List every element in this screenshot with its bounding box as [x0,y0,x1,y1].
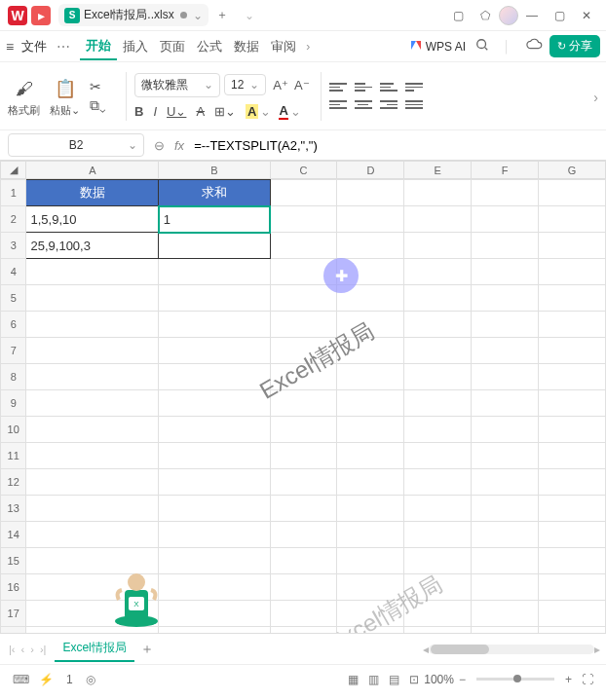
format-painter-button[interactable]: 🖌 格式刷 [8,74,40,118]
cell[interactable] [337,601,404,627]
align-center-button[interactable] [355,98,372,112]
cell[interactable] [26,469,159,496]
cell[interactable] [159,443,270,469]
cell[interactable] [270,364,337,390]
col-header-E[interactable]: E [404,162,472,179]
row-header[interactable]: 7 [1,338,26,364]
file-menu[interactable]: 文件 [18,36,51,57]
row-header[interactable]: 11 [1,443,26,469]
new-tab-button[interactable]: ＋ [210,4,234,27]
cell[interactable] [472,417,539,443]
cell[interactable] [404,312,472,338]
underline-button[interactable]: U⌄ [167,104,186,119]
cell[interactable] [539,548,606,574]
wps-ai-button[interactable]: WPS AI [411,40,466,54]
cell[interactable] [26,285,159,312]
cell[interactable] [472,312,539,338]
book-icon[interactable]: ▢ [446,4,470,27]
row-header[interactable]: 6 [1,312,26,338]
row-header[interactable]: 4 [1,259,26,285]
cell[interactable] [270,548,337,574]
sheet-nav-prev[interactable]: ‹ [21,644,25,655]
cell[interactable] [539,522,606,548]
menu-tab-插入[interactable]: 插入 [117,34,154,59]
row-header[interactable]: 17 [1,601,26,627]
cell[interactable] [539,496,606,522]
cell[interactable] [404,259,472,285]
cell[interactable] [159,390,270,417]
formula-zoom-icon[interactable]: ⊖ [154,138,165,153]
cell[interactable] [472,601,539,627]
cell[interactable] [270,206,337,233]
cell[interactable] [159,417,270,443]
cell[interactable] [404,627,472,634]
cell[interactable] [539,180,606,206]
user-avatar[interactable] [499,6,518,25]
cell[interactable] [404,364,472,390]
copy-button[interactable]: ⧉⌄ [90,96,106,116]
cell[interactable]: 1 [159,206,270,233]
view-break-icon[interactable]: ▤ [389,673,399,686]
share-button[interactable]: 分享 [549,35,600,57]
cell[interactable] [472,338,539,364]
more-menu-icon[interactable]: ⋯ [57,39,70,55]
menu-tab-页面[interactable]: 页面 [154,34,191,59]
cell[interactable] [404,338,472,364]
cell[interactable]: 求和 [159,180,270,206]
row-header[interactable]: 14 [1,522,26,548]
cell[interactable] [404,548,472,574]
cell[interactable] [26,522,159,548]
cell[interactable] [472,627,539,634]
cell[interactable] [337,206,404,233]
status-keyboard-icon[interactable]: ⌨ [13,673,29,686]
select-all-corner[interactable]: ◢ [1,162,26,179]
cell[interactable] [159,601,270,627]
col-header-D[interactable]: D [337,162,404,179]
cell[interactable] [337,574,404,601]
align-bottom-button[interactable] [380,81,398,94]
sheet-nav-last[interactable]: ›| [40,644,47,655]
cell[interactable] [539,417,606,443]
cell[interactable] [270,233,337,259]
cell[interactable] [472,469,539,496]
cell[interactable] [404,522,472,548]
cell[interactable] [539,312,606,338]
menu-tab-数据[interactable]: 数据 [228,34,265,59]
cell[interactable] [539,443,606,469]
row-header[interactable]: 12 [1,469,26,496]
zoom-in-button[interactable]: + [565,673,572,686]
cell[interactable] [472,443,539,469]
cell[interactable] [404,233,472,259]
fx-icon[interactable]: fx [174,138,184,153]
align-right-button[interactable] [380,98,398,112]
cell[interactable] [472,574,539,601]
cell[interactable] [539,206,606,233]
cell[interactable] [539,574,606,601]
cell[interactable] [404,180,472,206]
cell[interactable]: 25,9,100,3 [26,233,159,259]
cell[interactable] [159,627,270,634]
cell[interactable] [472,548,539,574]
cell[interactable] [337,443,404,469]
col-header-A[interactable]: A [26,162,159,179]
cell[interactable] [404,601,472,627]
cell[interactable] [270,417,337,443]
row-header[interactable]: 16 [1,574,26,601]
cell[interactable] [159,522,270,548]
app-w-icon[interactable]: W [8,6,27,25]
col-header-C[interactable]: C [270,162,337,179]
cell[interactable] [404,469,472,496]
cut-button[interactable]: ✂ [90,77,106,96]
cell[interactable]: 1,5,9,10 [26,206,159,233]
cell[interactable] [337,312,404,338]
view-reader-icon[interactable]: ⊡ [409,673,419,686]
cell[interactable] [159,312,270,338]
cell[interactable] [26,496,159,522]
name-box[interactable]: B2 [8,133,144,157]
row-header[interactable]: 5 [1,285,26,312]
cell[interactable] [270,469,337,496]
cell[interactable] [404,390,472,417]
row-header[interactable]: 8 [1,364,26,390]
align-top-button[interactable] [329,81,347,94]
cell[interactable] [404,206,472,233]
